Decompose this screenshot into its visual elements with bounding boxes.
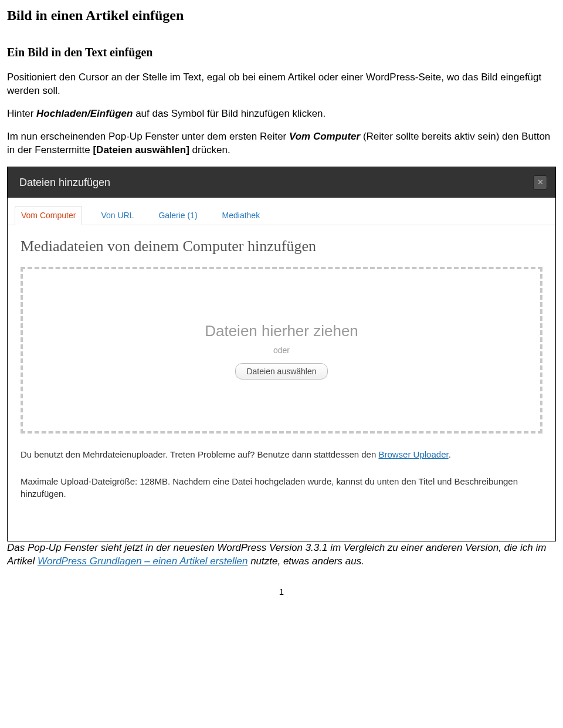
text: drücken. [189, 144, 230, 155]
modal-tabs: Vom Computer Von URL Galerie (1) Mediath… [8, 202, 555, 225]
upload-limit-hint: Maximale Upload-Dateigröße: 128MB. Nachd… [21, 476, 542, 500]
close-icon: ✕ [537, 177, 544, 188]
tab-from-url[interactable]: Von URL [95, 206, 140, 225]
tab-media-library[interactable]: Mediathek [216, 206, 266, 225]
related-article-link[interactable]: WordPress Grundlagen – einen Artikel ers… [38, 556, 247, 567]
file-dropzone[interactable]: Dateien hierher ziehen oder Dateien ausw… [21, 267, 542, 434]
section-title: Ein Bild in den Text einfügen [7, 45, 556, 60]
text: Im nun erscheinenden Pop-Up Fenster unte… [7, 131, 289, 142]
page-title: Bild in einen Artikel einfügen [7, 6, 556, 25]
text: nutzte, etwas anders aus. [247, 556, 364, 567]
tab-from-computer[interactable]: Vom Computer [15, 206, 82, 225]
browser-uploader-link[interactable]: Browser Uploader [378, 449, 448, 459]
emphasis: [Dateien auswählen] [93, 144, 189, 155]
text: . [449, 449, 451, 459]
paragraph: Positioniert den Cursor an der Stelle im… [7, 71, 556, 98]
select-files-button[interactable]: Dateien auswählen [235, 363, 327, 380]
text: Hinter [7, 108, 36, 119]
dropzone-label: Dateien hierher ziehen [205, 321, 358, 341]
close-button[interactable]: ✕ [533, 175, 547, 189]
text: auf das Symbol für Bild hinzufügen klick… [133, 108, 325, 119]
modal-heading: Mediadateien von deinem Computer hinzufü… [21, 236, 542, 256]
paragraph: Hinter Hochladen/Einfügen auf das Symbol… [7, 107, 556, 121]
tab-gallery[interactable]: Galerie (1) [152, 206, 203, 225]
page-number: 1 [7, 586, 556, 598]
paragraph: Im nun erscheinenden Pop-Up Fenster unte… [7, 130, 556, 157]
modal-body: Mediadateien von deinem Computer hinzufü… [8, 225, 555, 541]
modal-title: Dateien hinzufügen [19, 175, 110, 189]
emphasis: Vom Computer [289, 131, 360, 142]
figure-caption: Das Pop-Up Fenster sieht jetzt in der ne… [7, 541, 556, 568]
text: Du benutzt den Mehrdateienuploader. Tret… [21, 449, 378, 459]
emphasis: Hochladen/Einfügen [36, 108, 133, 119]
screenshot-modal: Dateien hinzufügen ✕ Vom Computer Von UR… [7, 167, 556, 541]
uploader-hint: Du benutzt den Mehrdateienuploader. Tret… [21, 449, 542, 460]
modal-header: Dateien hinzufügen ✕ [8, 167, 555, 198]
dropzone-or: oder [273, 345, 290, 356]
